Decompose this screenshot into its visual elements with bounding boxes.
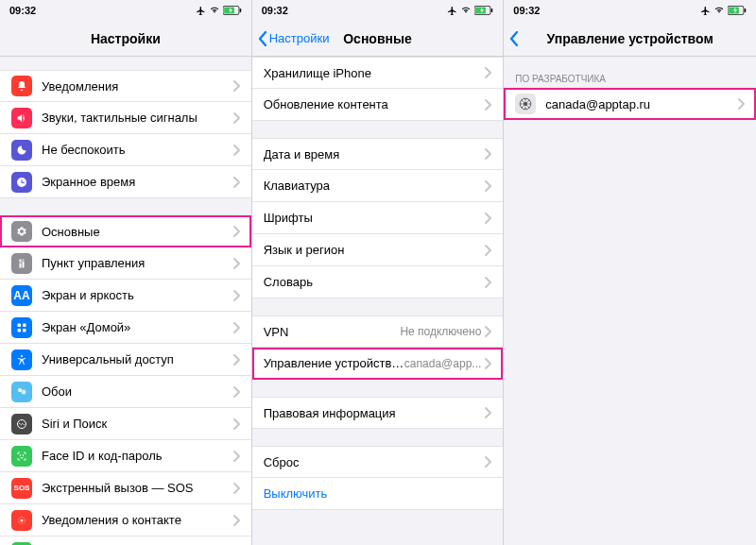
wifi-icon [713, 6, 725, 15]
row-device-mgmt[interactable]: Управление устройствомcanada@app... [252, 348, 504, 380]
row-sos[interactable]: SOSЭкстренный вызов — SOS [0, 472, 251, 504]
accessibility-icon [11, 349, 32, 370]
svg-rect-6 [23, 329, 26, 332]
row-label: Экстренный вызов — SOS [42, 481, 233, 495]
row-faceid[interactable]: Face ID и код-пароль [0, 440, 251, 472]
status-indicators [196, 6, 242, 16]
chevron-right-icon [485, 407, 491, 418]
row-label: Обновление контента [264, 97, 486, 111]
row-label: Выключить [264, 486, 492, 501]
row-storage[interactable]: Хранилище iPhone [252, 57, 504, 89]
status-indicators [700, 6, 747, 16]
svg-rect-19 [491, 9, 493, 12]
dnd-icon [11, 140, 32, 161]
status-bar: 09:32 [252, 0, 504, 21]
notifications-icon [11, 76, 32, 96]
chevron-right-icon [485, 326, 491, 337]
screen-device-management: 09:32 Управление устройством ПО РАЗРАБОТ… [504, 0, 756, 545]
chevron-right-icon [485, 456, 491, 468]
row-accessibility[interactable]: Универсальный доступ [0, 344, 251, 376]
row-shutdown[interactable]: Выключить [252, 478, 504, 510]
row-label: Клавиатура [264, 179, 486, 193]
row-label: Управление устройством [264, 356, 404, 370]
row-home-screen[interactable]: Экран «Домой» [0, 312, 251, 344]
chevron-right-icon [485, 148, 491, 160]
back-button[interactable] [509, 31, 521, 46]
row-date-time[interactable]: Дата и время [252, 138, 504, 170]
row-screentime[interactable]: Экранное время [0, 166, 251, 198]
chevron-right-icon [233, 145, 240, 156]
svg-rect-2 [239, 9, 241, 12]
svg-rect-22 [745, 9, 747, 12]
row-notifications[interactable]: Уведомления [0, 70, 251, 102]
row-label: Экран и яркость [42, 288, 233, 302]
back-button[interactable]: Настройки [258, 31, 330, 46]
chevron-right-icon [485, 277, 491, 288]
control-center-icon [11, 253, 32, 274]
row-fonts[interactable]: Шрифты [252, 202, 504, 234]
chevron-right-icon [233, 177, 240, 188]
row-dictionary[interactable]: Словарь [252, 266, 504, 298]
row-detail: canada@app... [404, 357, 482, 370]
airplane-icon [196, 6, 206, 16]
svg-point-8 [18, 388, 22, 392]
svg-point-24 [524, 102, 528, 107]
chevron-right-icon [233, 515, 240, 526]
row-label: Дата и время [264, 147, 486, 162]
chevron-right-icon [485, 245, 491, 256]
chevron-left-icon [258, 31, 267, 46]
battery-icon [223, 6, 242, 15]
chevron-right-icon [233, 112, 240, 124]
row-keyboard[interactable]: Клавиатура [252, 170, 504, 202]
nav-title: Управление устройством [547, 31, 713, 46]
status-bar: 09:32 [0, 0, 251, 21]
row-profile-canada[interactable]: canada@apptap.ru [504, 88, 756, 120]
faceid-icon [11, 446, 32, 467]
row-label: Экранное время [42, 175, 233, 189]
svg-rect-5 [18, 329, 22, 332]
row-display[interactable]: AAЭкран и яркость [0, 280, 251, 312]
chevron-right-icon [233, 258, 240, 269]
nav-title: Настройки [91, 31, 161, 46]
row-wallpaper[interactable]: Обои [0, 376, 251, 408]
row-battery[interactable]: Аккумулятор [0, 536, 251, 545]
row-general[interactable]: Основные [0, 215, 251, 247]
chevron-right-icon [233, 322, 240, 333]
status-time: 09:32 [9, 5, 36, 16]
row-sounds[interactable]: Звуки, тактильные сигналы [0, 102, 251, 134]
chevron-right-icon [485, 358, 491, 369]
svg-rect-3 [18, 323, 22, 327]
status-indicators [447, 6, 493, 16]
status-time: 09:32 [262, 5, 288, 16]
row-siri[interactable]: Siri и Поиск [0, 408, 251, 440]
sos-icon: SOS [11, 478, 32, 499]
row-label: canada@apptap.ru [545, 97, 738, 111]
home-screen-icon [11, 317, 32, 338]
svg-rect-4 [23, 323, 26, 327]
row-dnd[interactable]: Не беспокоить [0, 134, 251, 166]
chevron-right-icon [233, 354, 240, 366]
row-label: Правовая информация [264, 406, 486, 420]
row-label: Основные [42, 225, 233, 239]
row-reset[interactable]: Сброс [252, 446, 504, 478]
row-control-center[interactable]: Пункт управления [0, 247, 251, 280]
row-legal[interactable]: Правовая информация [252, 397, 504, 429]
profile-icon [515, 94, 536, 114]
battery-icon [474, 6, 493, 15]
screentime-icon [11, 172, 32, 193]
row-language[interactable]: Язык и регион [252, 234, 504, 266]
airplane-icon [447, 6, 457, 16]
row-label: Хранилище iPhone [264, 66, 486, 80]
row-label: Звуки, тактильные сигналы [42, 111, 233, 125]
chevron-right-icon [233, 386, 240, 398]
chevron-right-icon [233, 418, 240, 430]
general-list: Хранилище iPhoneОбновление контентаДата … [252, 57, 504, 510]
battery-icon [11, 542, 32, 546]
screen-settings: 09:32 Настройки УведомленияЗвуки, тактил… [0, 0, 252, 545]
airplane-icon [700, 6, 711, 16]
row-label: VPN [264, 325, 401, 339]
row-vpn[interactable]: VPNНе подключено [252, 315, 504, 348]
row-background-refresh[interactable]: Обновление контента [252, 89, 504, 121]
row-exposure[interactable]: Уведомления о контакте [0, 504, 251, 536]
section-header: ПО РАЗРАБОТЧИКА [504, 57, 756, 88]
